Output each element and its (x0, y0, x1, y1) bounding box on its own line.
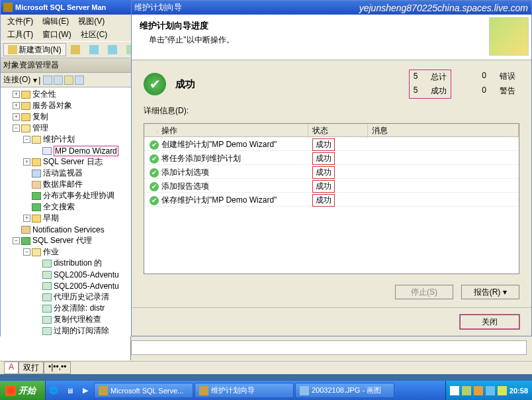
clock[interactable]: 20:58 (510, 387, 528, 395)
windows-icon (5, 385, 16, 396)
dialog-header: 维护计划向导进度 单击"停止"以中断操作。 (132, 15, 531, 60)
agent-icon (21, 237, 30, 245)
tree-sql-log[interactable]: SQL Server 日志 (43, 156, 103, 168)
tree-job[interactable]: SQL2005-Adventu (54, 281, 119, 291)
table-row[interactable]: ✔添加计划选项成功 (144, 165, 519, 179)
cell-action: 添加报告选项 (157, 179, 308, 193)
close-button[interactable]: 关闭 (460, 315, 519, 329)
dialog-heading: 维护计划向导进度 (140, 20, 523, 32)
steps-table: 操作 状态 消息 ✔创建维护计划"MP Demo Wizard"成功✔将任务添加… (144, 123, 519, 274)
tab-b[interactable]: 双打 (19, 362, 44, 374)
dialog-titlebar[interactable]: 维护计划向导 (132, 1, 531, 15)
dialog-footer: 关闭 (132, 307, 531, 336)
ql-ie-icon[interactable]: 🌐 (46, 383, 61, 398)
refresh-icon[interactable] (43, 75, 52, 85)
count-success-n: 5 (414, 85, 418, 97)
script-icon[interactable] (75, 75, 84, 85)
menu-file[interactable]: 文件(F) (3, 15, 37, 28)
folder-icon (21, 102, 30, 110)
col-status[interactable]: 状态 (308, 124, 368, 138)
tree-legacy[interactable]: 早期 (43, 213, 59, 224)
tree-job[interactable]: 复制代理检查 (54, 314, 101, 325)
tree-mp-demo[interactable]: MP Demo Wizard (54, 146, 118, 156)
new-query-button[interactable]: 新建查询(N) (3, 43, 66, 56)
ql-desktop-icon[interactable]: 🖥 (62, 383, 77, 398)
menu-community[interactable]: 社区(C) (77, 28, 112, 42)
task-paint[interactable]: 20032108.JPG - 画图 (295, 383, 394, 398)
tree-management[interactable]: 管理 (32, 123, 48, 134)
tab-a[interactable]: A (4, 362, 19, 374)
table-row[interactable]: ✔将任务添加到维护计划成功 (144, 151, 519, 165)
success-label: 成功 (175, 78, 195, 91)
statusbar (0, 361, 532, 374)
tree-dbmail[interactable]: 数据库邮件 (43, 179, 83, 190)
tree[interactable]: +安全性 +服务器对象 +复制 −管理 −维护计划 MP Demo Wizard… (1, 87, 131, 374)
tree-dtc[interactable]: 分布式事务处理协调 (43, 190, 114, 201)
tree-job[interactable]: 分发清除: distr (54, 303, 105, 314)
tree-server-objects[interactable]: 服务器对象 (32, 100, 72, 111)
tree-fts[interactable]: 全文搜索 (43, 201, 75, 213)
tree-replication[interactable]: 复制 (32, 111, 48, 123)
header-decoration (489, 17, 529, 56)
counts-success: 5 总计 5 成功 (409, 70, 452, 99)
stop-icon[interactable] (64, 75, 73, 85)
new-query-icon (8, 45, 17, 54)
task-wizard[interactable]: 维护计划向导 (195, 383, 294, 398)
menu-window[interactable]: 窗口(W) (38, 28, 75, 42)
report-button[interactable]: 报告(R) (461, 285, 519, 299)
folder-open-icon (32, 136, 41, 144)
tree-security[interactable]: 安全性 (32, 89, 56, 100)
toolbar-btn-1[interactable] (67, 43, 85, 56)
tree-maint-plans[interactable]: 维护计划 (43, 134, 75, 145)
col-action[interactable]: 操作 (157, 124, 308, 138)
dialog-subheading: 单击"停止"以中断操作。 (140, 34, 523, 46)
job-icon (42, 305, 52, 313)
menu-edit[interactable]: 编辑(E) (38, 15, 73, 28)
ql-player-icon[interactable]: ▶ (78, 383, 93, 398)
job-icon (42, 293, 52, 301)
tree-job[interactable]: SQL2005-Adventu (54, 270, 119, 279)
menu-tools[interactable]: 工具(T) (3, 28, 37, 42)
task-paint-icon (300, 386, 309, 395)
explorer-bottom (0, 336, 131, 360)
start-button[interactable]: 开始 (0, 381, 46, 400)
tree-activity[interactable]: 活动监视器 (43, 168, 83, 179)
table-row[interactable]: ✔创建维护计划"MP Demo Wizard"成功 (144, 137, 519, 151)
folder-open-icon (32, 248, 41, 256)
tab-dots[interactable]: •|••,•• (44, 362, 71, 374)
plan-icon (42, 147, 52, 155)
tree-job[interactable]: 代理历史记录清 (54, 291, 109, 303)
tray-icon[interactable] (498, 386, 507, 395)
connect-link[interactable]: 连接(O) (3, 74, 30, 85)
filter-icon[interactable] (54, 75, 63, 85)
menu-view[interactable]: 视图(V) (74, 15, 109, 28)
cell-message (368, 144, 519, 146)
tree-jobs[interactable]: 作业 (43, 246, 59, 258)
toolbar-btn-3[interactable] (105, 43, 122, 56)
toolbar-btn-2[interactable] (86, 43, 103, 56)
stop-button: 停止(S) (395, 285, 453, 299)
tree-job[interactable]: distribution 的 (54, 258, 102, 269)
tray-icon[interactable] (474, 386, 483, 395)
tray-icon[interactable] (486, 386, 495, 395)
table-row[interactable]: ✔添加报告选项成功 (144, 179, 519, 193)
new-query-label: 新建查询(N) (19, 44, 62, 56)
tree-agent[interactable]: SQL Server 代理 (32, 235, 92, 246)
col-message[interactable]: 消息 (368, 124, 519, 138)
system-tray[interactable]: 20:58 (445, 381, 532, 400)
task-ssms[interactable]: Microsoft SQL Serve... (94, 383, 193, 398)
cell-status: 成功 (308, 193, 368, 208)
connect-dropdown[interactable]: ▾ (33, 75, 37, 85)
job-icon (42, 271, 52, 279)
count-warn-l: 警告 (500, 85, 515, 97)
count-err-n: 0 (482, 71, 486, 83)
count-err-l: 错误 (500, 71, 515, 83)
tray-icon[interactable] (462, 386, 471, 395)
count-success-l: 成功 (431, 85, 447, 97)
table-row[interactable]: ✔保存维护计划"MP Demo Wizard"成功 (144, 193, 519, 207)
tray-icon[interactable] (450, 386, 459, 395)
tree-job[interactable]: 过期的订阅清除 (54, 325, 109, 336)
tree-notif[interactable]: Notification Services (32, 225, 105, 234)
expand-icon[interactable]: + (13, 91, 20, 98)
task-wizard-icon (199, 386, 208, 395)
